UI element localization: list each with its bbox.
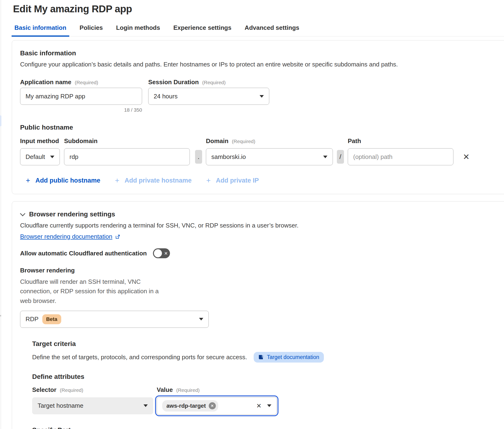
tab-advanced-settings[interactable]: Advanced settings [243, 23, 301, 36]
basic-information-description: Configure your application’s basic detai… [20, 61, 504, 68]
tab-basic-information[interactable]: Basic information [13, 23, 68, 36]
value-label: Value [157, 386, 173, 393]
selector-value: Target hostname [38, 402, 143, 409]
value-required: (Required) [176, 387, 200, 393]
slash-separator: / [337, 150, 344, 164]
application-name-input[interactable] [20, 88, 142, 105]
rendering-type-value: RDP [26, 315, 38, 323]
page: Edit My amazing RDP app Basic informatio… [0, 0, 504, 429]
session-duration-value: 24 hours [154, 93, 260, 100]
hostname-labels-row: Input method Subdomain Domain (Required)… [20, 137, 504, 146]
rendering-type-select[interactable]: RDP Beta [20, 311, 209, 328]
cloudflared-auth-label: Allow automatic Cloudflared authenticati… [20, 250, 147, 257]
application-name-label: Application name [20, 79, 71, 86]
chevron-down-icon [323, 156, 327, 158]
clear-value-icon[interactable]: ✕ [256, 403, 261, 409]
chevron-down-icon [50, 156, 54, 158]
left-edge-tick [0, 315, 1, 316]
hostname-controls-row: Default . samborski.io / ✕ [20, 148, 504, 165]
public-hostname-heading: Public hostname [20, 124, 504, 131]
value-tag: aws-rdp-target ✕ [162, 400, 218, 411]
add-private-hostname-button[interactable]: + Add private hostname [115, 176, 192, 185]
add-public-hostname-button[interactable]: + Add public hostname [26, 176, 100, 185]
session-duration-field-group: Session Duration (Required) 24 hours [148, 79, 269, 113]
basic-information-card: Basic information Configure your applica… [12, 40, 504, 194]
plus-icon: + [206, 176, 211, 185]
selector-required: (Required) [60, 387, 83, 393]
path-label: Path [348, 137, 361, 145]
input-method-label: Input method [20, 137, 59, 145]
left-edge-fragment [0, 116, 1, 126]
subdomain-label: Subdomain [64, 137, 98, 145]
browser-rendering-label: Browser rendering [20, 267, 504, 274]
chevron-down-icon[interactable] [20, 211, 26, 216]
toggle-knob [154, 249, 162, 257]
define-attributes-heading: Define attributes [32, 373, 504, 381]
path-input[interactable] [348, 148, 453, 165]
input-method-select[interactable]: Default [20, 148, 60, 165]
application-name-required: (Required) [75, 80, 98, 85]
domain-value: samborski.io [211, 153, 323, 161]
subdomain-input[interactable] [64, 148, 190, 165]
plus-icon: + [115, 176, 119, 185]
session-duration-required: (Required) [202, 80, 226, 85]
specify-port-heading: Specify Port [32, 426, 504, 429]
browser-rendering-sub-description: Cloudflare will render an SSH terminal, … [20, 277, 161, 305]
chevron-down-icon [199, 318, 203, 321]
beta-badge: Beta [42, 314, 61, 324]
selector-label: Selector [32, 386, 56, 393]
value-multiselect[interactable]: aws-rdp-target ✕ ✕ [157, 397, 277, 415]
domain-select[interactable]: samborski.io [206, 148, 333, 165]
domain-label: Domain [206, 137, 228, 144]
left-divider [1, 0, 1, 429]
browser-rendering-header: Browser rendering settings [20, 210, 504, 218]
tab-bar: Basic information Policies Login methods… [13, 23, 504, 36]
browser-rendering-doc-link[interactable]: Browser rendering documentation [20, 233, 112, 240]
remove-hostname-icon[interactable]: ✕ [463, 153, 470, 161]
domain-required: (Required) [232, 139, 255, 144]
hostname-actions-row: + Add public hostname + Add private host… [20, 176, 504, 185]
target-criteria-section: Target criteria Define the set of target… [32, 340, 504, 429]
remove-tag-icon[interactable]: ✕ [209, 402, 216, 409]
chevron-down-icon [267, 404, 271, 407]
book-icon [258, 355, 264, 360]
dot-separator: . [195, 150, 202, 164]
cloudflared-auth-toggle[interactable]: ✕ [153, 248, 170, 258]
target-criteria-description: Define the set of targets, protocols, an… [32, 354, 247, 361]
name-duration-row: Application name (Required) 18 / 350 Ses… [20, 79, 504, 113]
input-method-value: Default [26, 153, 50, 161]
browser-rendering-heading: Browser rendering settings [29, 210, 115, 218]
external-link-icon [115, 234, 120, 239]
page-title: Edit My amazing RDP app [13, 3, 504, 15]
tab-login-methods[interactable]: Login methods [115, 23, 161, 36]
session-duration-select[interactable]: 24 hours [148, 88, 269, 105]
browser-rendering-card: Browser rendering settings Cloudflare cu… [12, 201, 504, 429]
target-documentation-badge[interactable]: Target documentation [254, 352, 324, 363]
chevron-down-icon [143, 404, 148, 407]
chevron-down-icon [260, 95, 264, 98]
browser-rendering-description: Cloudflare currently supports rendering … [20, 222, 504, 229]
add-private-ip-button[interactable]: + Add private IP [206, 176, 259, 185]
character-counter: 18 / 350 [20, 107, 142, 113]
x-icon: ✕ [164, 251, 168, 256]
session-duration-label: Session Duration [148, 79, 199, 86]
selector-select[interactable]: Target hostname [32, 397, 153, 414]
application-name-field-group: Application name (Required) 18 / 350 [20, 79, 142, 113]
tab-policies[interactable]: Policies [78, 23, 104, 36]
plus-icon: + [26, 176, 30, 185]
target-criteria-heading: Target criteria [32, 340, 504, 348]
tab-experience-settings[interactable]: Experience settings [172, 23, 233, 36]
basic-information-heading: Basic information [20, 49, 504, 57]
